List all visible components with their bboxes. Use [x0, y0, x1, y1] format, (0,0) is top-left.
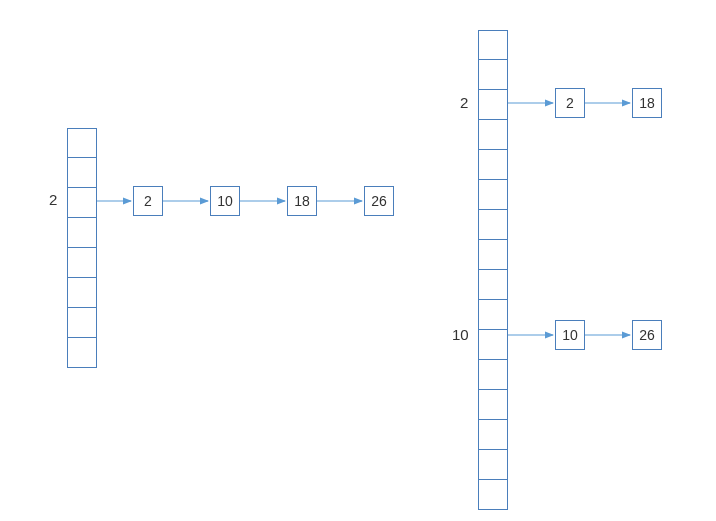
table-row — [67, 158, 97, 188]
list-item: 18 — [287, 186, 317, 216]
table-row — [67, 218, 97, 248]
list-item: 10 — [210, 186, 240, 216]
table-row — [478, 390, 508, 420]
list-item: 18 — [632, 88, 662, 118]
table-row — [478, 480, 508, 510]
table-row — [67, 278, 97, 308]
table-row — [478, 240, 508, 270]
table-row — [67, 188, 97, 218]
table-row — [478, 30, 508, 60]
right-hash-table — [478, 30, 508, 510]
hash-table-diagram: 2 2 10 18 26 2 10 2 18 10 26 — [0, 0, 716, 521]
table-row — [478, 330, 508, 360]
table-row — [478, 270, 508, 300]
table-row — [478, 360, 508, 390]
table-row — [478, 120, 508, 150]
table-row — [478, 180, 508, 210]
table-row — [67, 308, 97, 338]
list-item: 26 — [364, 186, 394, 216]
table-row — [478, 90, 508, 120]
arrow-layer — [0, 0, 716, 521]
table-row — [67, 338, 97, 368]
left-hash-table — [67, 128, 97, 368]
table-row — [478, 450, 508, 480]
table-row — [67, 128, 97, 158]
list-item: 2 — [133, 186, 163, 216]
list-item: 2 — [555, 88, 585, 118]
list-item: 26 — [632, 320, 662, 350]
left-bucket-label-2: 2 — [49, 191, 57, 208]
list-item: 10 — [555, 320, 585, 350]
table-row — [478, 150, 508, 180]
table-row — [478, 420, 508, 450]
table-row — [478, 300, 508, 330]
table-row — [478, 210, 508, 240]
table-row — [478, 60, 508, 90]
right-bucket-label-2: 2 — [460, 94, 468, 111]
right-bucket-label-10: 10 — [452, 326, 469, 343]
table-row — [67, 248, 97, 278]
